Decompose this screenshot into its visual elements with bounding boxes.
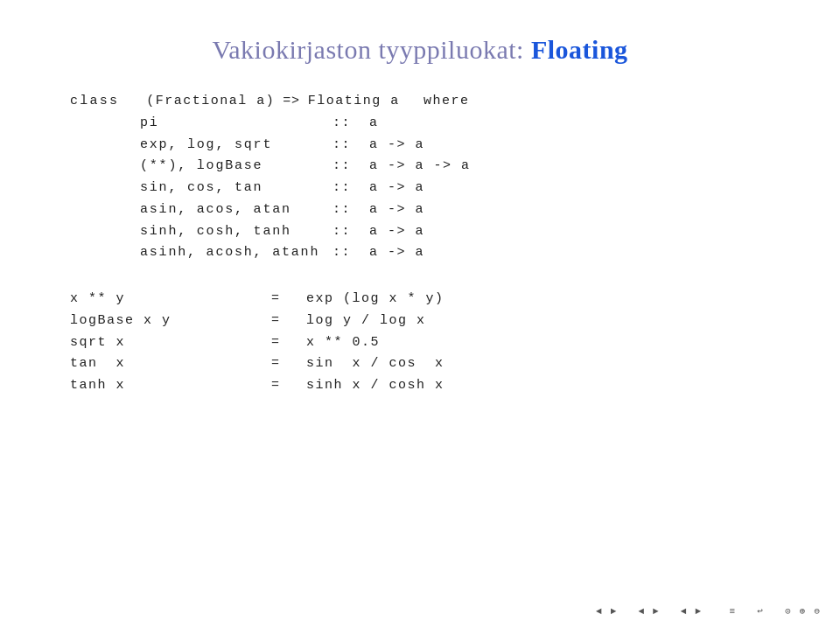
nav-divider5 bbox=[771, 605, 777, 618]
class-constraint: (Fractional a) bbox=[146, 91, 275, 113]
nav-undo[interactable]: ↩ bbox=[754, 604, 766, 618]
sig-ahyp-type: :: a -> a bbox=[332, 242, 424, 264]
nav-zoom-out[interactable]: ⊖ bbox=[811, 604, 822, 618]
eq-pow-eq: = bbox=[271, 289, 306, 311]
nav-divider2 bbox=[667, 605, 673, 618]
eq-tan-lhs: tan x bbox=[70, 353, 271, 375]
sig-exp-name: exp, log, sqrt bbox=[140, 135, 332, 157]
eq-tan: tan x = sin x / cos x bbox=[70, 353, 788, 375]
sig-pi: pi :: a bbox=[140, 113, 788, 135]
class-arrow-space bbox=[275, 91, 283, 113]
title-prefix: Vakiokirjaston tyyppiluokat: bbox=[212, 35, 530, 64]
sig-exp-type: :: a -> a bbox=[332, 135, 424, 157]
nav-menu-next[interactable]: ► bbox=[650, 605, 662, 618]
eq-tanh: tanh x = sinh x / cosh x bbox=[70, 375, 788, 397]
sig-pi-name: pi bbox=[140, 113, 332, 135]
eq-sqrt-rhs: x ** 0.5 bbox=[306, 332, 380, 354]
sig-exp: exp, log, sqrt :: a -> a bbox=[140, 135, 788, 157]
nav-divider1 bbox=[624, 605, 630, 618]
sig-logbase-name: (**), logBase bbox=[140, 156, 332, 178]
equations-section: x ** y = exp (log x * y) logBase x y = l… bbox=[70, 289, 788, 397]
eq-sqrt: sqrt x = x ** 0.5 bbox=[70, 332, 788, 354]
title-highlight: Floating bbox=[531, 35, 628, 64]
sig-atrig: asin, acos, atan :: a -> a bbox=[140, 199, 788, 221]
sig-hyp: sinh, cosh, tanh :: a -> a bbox=[140, 221, 788, 243]
code-block: class (Fractional a) => Floating a where… bbox=[70, 91, 788, 422]
nav-eq-next[interactable]: ► bbox=[692, 605, 704, 618]
class-space bbox=[122, 91, 146, 113]
eq-tan-eq: = bbox=[271, 353, 306, 375]
sig-trig-type: :: a -> a bbox=[332, 178, 424, 199]
nav-bar: ◄ ► ◄ ► ◄ ► ≡ ↩ ⊙ ⊕ ⊖ bbox=[593, 604, 822, 618]
eq-pow-lhs: x ** y bbox=[70, 289, 271, 311]
sig-ahyp-name: asinh, acosh, atanh bbox=[140, 242, 332, 264]
eq-logbase-eq: = bbox=[271, 311, 306, 332]
nav-divider3 bbox=[709, 605, 721, 618]
nav-zoom[interactable]: ⊕ bbox=[797, 604, 808, 618]
sig-pi-type: :: a bbox=[332, 113, 379, 135]
class-keyword: class bbox=[70, 91, 119, 113]
eq-tanh-eq: = bbox=[271, 375, 306, 397]
eq-sqrt-eq: = bbox=[271, 332, 306, 354]
nav-search[interactable]: ⊙ bbox=[782, 604, 794, 618]
eq-logbase-rhs: log y / log x bbox=[306, 311, 426, 332]
nav-left-next[interactable]: ► bbox=[608, 605, 620, 618]
eq-logbase-lhs: logBase x y bbox=[70, 311, 271, 332]
class-arrow: => bbox=[283, 91, 300, 113]
nav-left-prev[interactable]: ◄ bbox=[593, 605, 605, 618]
sig-logbase: (**), logBase :: a -> a -> a bbox=[140, 156, 788, 178]
eq-tanh-lhs: tanh x bbox=[70, 375, 271, 397]
class-arrow-space2 bbox=[300, 91, 308, 113]
eq-sqrt-lhs: sqrt x bbox=[70, 332, 271, 354]
eq-tan-rhs: sin x / cos x bbox=[306, 353, 444, 375]
slide: Vakiokirjaston tyyppiluokat: Floating cl… bbox=[0, 0, 840, 628]
sig-trig: sin, cos, tan :: a -> a bbox=[140, 178, 788, 199]
sig-hyp-type: :: a -> a bbox=[332, 221, 424, 243]
eq-logbase: logBase x y = log y / log x bbox=[70, 311, 788, 332]
class-declaration-line: class (Fractional a) => Floating a where bbox=[70, 91, 788, 113]
nav-eq-prev[interactable]: ◄ bbox=[678, 605, 690, 618]
sig-logbase-type: :: a -> a -> a bbox=[332, 156, 471, 178]
sig-atrig-name: asin, acos, atan bbox=[140, 199, 332, 221]
class-where-space bbox=[400, 91, 424, 113]
eq-pow: x ** y = exp (log x * y) bbox=[70, 289, 788, 311]
eq-tanh-rhs: sinh x / cosh x bbox=[306, 375, 444, 397]
class-declaration-section: class (Fractional a) => Floating a where… bbox=[70, 91, 788, 264]
sig-hyp-name: sinh, cosh, tanh bbox=[140, 221, 332, 243]
slide-title: Vakiokirjaston tyyppiluokat: Floating bbox=[52, 35, 788, 65]
sig-atrig-type: :: a -> a bbox=[332, 199, 424, 221]
nav-menu-icon[interactable]: ≡ bbox=[726, 605, 738, 618]
nav-menu-prev[interactable]: ◄ bbox=[635, 605, 647, 618]
sig-trig-name: sin, cos, tan bbox=[140, 178, 332, 199]
nav-divider4 bbox=[743, 605, 749, 618]
class-where: where bbox=[424, 91, 470, 113]
sig-ahyp: asinh, acosh, atanh :: a -> a bbox=[140, 242, 788, 264]
class-type: Floating a bbox=[308, 91, 400, 113]
eq-pow-rhs: exp (log x * y) bbox=[306, 289, 444, 311]
